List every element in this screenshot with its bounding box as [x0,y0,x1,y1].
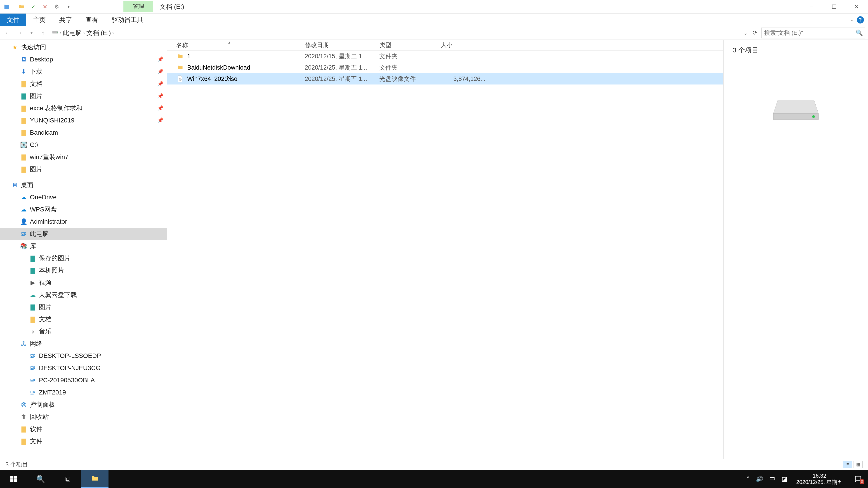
help-icon[interactable]: ? [857,16,864,24]
column-type[interactable]: 类型 [380,41,441,49]
tree-wps[interactable]: ☁WPS网盘 [0,203,167,216]
window-title: 文档 (E:) [153,0,191,13]
tray-clock[interactable]: 16:32 2020/12/25, 星期五 [794,473,845,485]
tree-label: 天翼云盘下载 [39,291,77,299]
search-input[interactable] [764,29,862,36]
minimize-button[interactable]: ─ [800,0,823,13]
tree-documents2[interactable]: ▇文档 [0,313,167,325]
search-box[interactable]: 🔍 [761,28,865,38]
pin-icon: 📌 [157,69,163,74]
tree-onedrive[interactable]: ☁OneDrive [0,191,167,203]
tree-downloads[interactable]: ⬇下载📌 [0,66,167,78]
checkmark-icon[interactable]: ✓ [29,2,38,11]
notifications-button[interactable]: 3 [852,473,864,485]
tree-bandicam[interactable]: ▇Bandicam [0,127,167,139]
icons-view-button[interactable]: ▦ [854,461,863,468]
status-bar: 3 个项目 ≡ ▦ [0,459,868,470]
task-view-button[interactable]: ⧉ [54,470,81,488]
tree-files[interactable]: ▇文件 [0,435,167,447]
refresh-button[interactable]: ⟳ [750,28,760,38]
nav-forward-button[interactable]: → [14,28,25,38]
nav-back-button[interactable]: ← [3,28,13,38]
column-size[interactable]: 大小 [441,41,486,49]
nav-up-button[interactable]: ↑ [38,28,49,38]
tree-win7reinstall[interactable]: ▇win7重装win7 [0,151,167,163]
tree-yunqishi[interactable]: ▇YUNQISHI2019📌 [0,114,167,127]
file-row[interactable]: 12020/12/15, 星期二 1...文件夹 [167,51,723,62]
clock-date: 2020/12/25, 星期五 [796,479,843,485]
details-view-button[interactable]: ≡ [843,461,852,468]
tree-label: 图片 [30,165,42,173]
maximize-button[interactable]: ☐ [823,0,845,13]
app-icon [2,2,11,11]
tree-pc3[interactable]: 🖳PC-20190530OBLA [0,374,167,386]
file-row[interactable]: Win7x64_2020.iso2020/12/25, 星期五 1...光盘映像… [167,73,723,85]
tray-chevron-up-icon[interactable]: ˄ [747,476,749,483]
chevron-right-icon[interactable]: › [82,30,86,36]
contextual-tab-label[interactable]: 管理 [123,1,153,12]
tree-music[interactable]: ♪音乐 [0,325,167,337]
ribbon-tab-view[interactable]: 查看 [79,13,105,26]
tree-pictures2[interactable]: ▇图片 [0,163,167,175]
breadcrumb-drive[interactable]: 文档 (E:) [86,29,111,37]
tree-quick-access[interactable]: ★ 快速访问 [0,41,167,53]
tree-this-pc[interactable]: 🖳此电脑 [0,228,167,240]
tree-pictures[interactable]: ▇图片📌 [0,90,167,102]
tray-flag-icon[interactable]: ◪ [782,476,787,483]
column-date[interactable]: 修改日期 [305,41,380,49]
breadcrumb[interactable]: › 此电脑 › 文档 (E:) › ⌄ [50,28,749,38]
tray-ime-indicator[interactable]: 中 [770,475,775,483]
taskbar-explorer-button[interactable] [81,470,108,488]
folder-select-icon[interactable] [17,2,26,11]
ribbon-tab-home[interactable]: 主页 [26,13,53,26]
navigation-tree[interactable]: ★ 快速访问 🖥Desktop📌 ⬇下载📌 ▇文档📌 ▇图片📌 ▇excel表格… [0,40,167,459]
file-list[interactable]: 名称▴ 修改日期 类型 大小 12020/12/15, 星期二 1...文件夹B… [167,40,723,459]
tree-videos[interactable]: ▶视频 [0,276,167,289]
tree-excel-req[interactable]: ▇excel表格制作求和📌 [0,102,167,114]
tree-label: 保存的图片 [39,254,70,263]
start-button[interactable] [0,470,27,488]
tree-software[interactable]: ▇软件 [0,423,167,435]
svg-rect-9 [13,479,17,482]
pictures-icon: ▇ [29,304,36,311]
tree-pc2[interactable]: 🖳DESKTOP-NJEU3CG [0,362,167,374]
ribbon-tab-drive-tools[interactable]: 驱动器工具 [105,13,150,26]
tree-desktop[interactable]: 🖥Desktop📌 [0,53,167,66]
tree-label: Desktop [30,56,53,63]
tree-network[interactable]: 🖧网络 [0,337,167,350]
tray-volume-icon[interactable]: 🔊 [756,476,763,483]
chevron-right-icon[interactable]: › [59,30,63,36]
search-icon[interactable]: 🔍 [856,29,863,36]
file-type: 文件夹 [379,52,440,60]
ribbon-tab-share[interactable]: 共享 [53,13,79,26]
ribbon-tab-file[interactable]: 文件 [0,13,26,26]
clear-x-icon[interactable]: ✕ [40,2,50,11]
detail-item-count: 3 个项目 [733,46,859,55]
tree-gdrive[interactable]: 💽G:\ [0,139,167,151]
chevron-right-icon[interactable]: › [111,30,115,36]
tree-control-panel[interactable]: 🛠控制面板 [0,398,167,411]
column-headers[interactable]: 名称▴ 修改日期 类型 大小 [167,40,723,51]
expand-ribbon-icon[interactable]: ⌄ [850,17,854,23]
qat-dropdown-icon[interactable]: ▾ [64,2,73,11]
tree-desktop-root[interactable]: 🖥桌面 [0,179,167,191]
breadcrumb-this-pc[interactable]: 此电脑 [63,29,82,37]
tree-documents[interactable]: ▇文档📌 [0,78,167,90]
tree-libraries[interactable]: 📚库 [0,240,167,252]
tree-pc1[interactable]: 🖳DESKTOP-LSSOEDP [0,350,167,362]
taskbar-search-button[interactable]: 🔍 [27,470,54,488]
nav-history-dropdown[interactable]: ▾ [26,28,37,38]
breadcrumb-dropdown-icon[interactable]: ⌄ [744,30,747,36]
tree-camera-roll[interactable]: ▇本机照片 [0,264,167,276]
column-name[interactable]: 名称▴ [176,41,305,49]
tree-pc4[interactable]: 🖳ZMT2019 [0,386,167,398]
gear-icon[interactable]: ⚙ [52,2,61,11]
cloud-icon: ☁ [29,291,36,298]
tree-admin[interactable]: 👤Administrator [0,216,167,228]
tree-saved-pics[interactable]: ▇保存的图片 [0,252,167,264]
tree-pictures3[interactable]: ▇图片 [0,301,167,313]
file-row[interactable]: BaiduNetdiskDownload2020/12/25, 星期五 1...… [167,62,723,73]
close-button[interactable]: ✕ [845,0,868,13]
tree-tianyi[interactable]: ☁天翼云盘下载 [0,289,167,301]
tree-recycle-bin[interactable]: 🗑回收站 [0,411,167,423]
